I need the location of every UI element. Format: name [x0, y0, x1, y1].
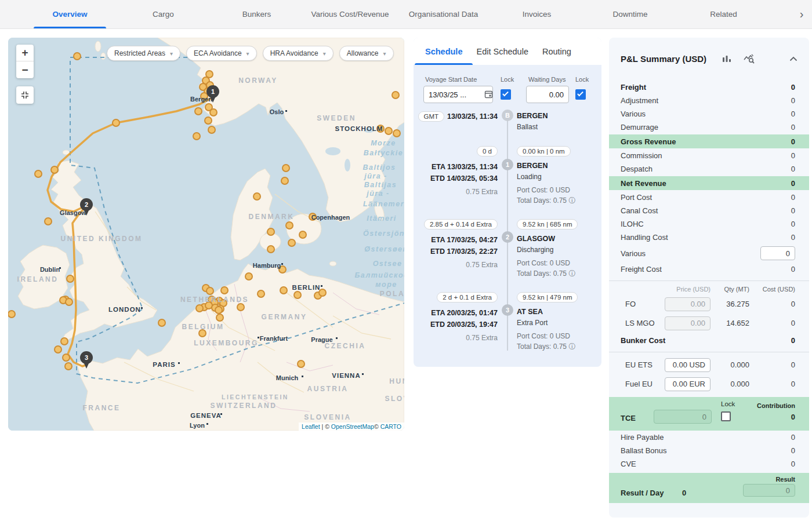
label-geneva: GENEVA [190, 412, 222, 419]
label-hamburg: Hamburg [253, 262, 281, 269]
leg-3-times: 2 d + 0.1 d Extra ETA 20/03/25, 01:47 ET… [430, 292, 498, 342]
label-poland: POLAN [380, 290, 404, 298]
fuel-eu-input[interactable] [665, 377, 710, 391]
sea-label: jūra - [363, 172, 387, 180]
total-days: Total Days: 0.75 ⓘ [517, 341, 578, 352]
waiting-days-input[interactable] [526, 86, 569, 103]
pnl-summary-panel: P&L Summary (USD) Freight0 [609, 38, 809, 518]
tab-invoices[interactable]: Invoices [490, 0, 583, 28]
divider [609, 352, 809, 352]
pnl-row-demurrage: Demurrage0 [609, 121, 809, 134]
voyage-map[interactable]: Morze Bałtyckie Baltijos jūra - Baltijas… [8, 38, 404, 431]
filter-eca-avoidance[interactable]: ECA Avoidance▾ [186, 46, 257, 61]
tabs-overflow-chevron-icon[interactable]: › [791, 0, 812, 28]
eta: ETA 13/03/25, 11:34 [430, 161, 498, 173]
label-ireland: IRELAND [17, 275, 59, 283]
port-cost: Port Cost: 0 USD [517, 185, 575, 195]
caret-down-icon: ▾ [170, 50, 173, 57]
bar-chart-icon[interactable] [722, 54, 732, 64]
timeline-node-1: 1 [502, 159, 513, 170]
info-icon[interactable]: ⓘ [568, 196, 575, 205]
info-icon[interactable]: ⓘ [568, 269, 575, 278]
pnl-row-net-revenue: Net Revenue0 [609, 176, 809, 190]
tce-lock-checkbox[interactable] [721, 411, 731, 421]
leg-start-times: GMT13/03/25, 11:34 [418, 111, 498, 122]
tce-lock-label: Lock [721, 400, 735, 407]
eu-ets-input[interactable] [665, 358, 710, 372]
tab-various-cost-revenue[interactable]: Various Cost/Revenue [303, 0, 397, 28]
tce-block: Lock Contribution TCE 0 [609, 397, 809, 431]
sea-label: Baltijas [364, 181, 397, 189]
timezone-pill[interactable]: GMT [418, 111, 445, 122]
map-zoom-control: + − [16, 45, 34, 78]
info-icon[interactable]: ⓘ [568, 343, 575, 351]
sea-label: Läänemeri [363, 200, 404, 208]
lock-label: Lock [575, 76, 589, 83]
filter-restricted-areas[interactable]: Restricted Areas▾ [107, 46, 180, 61]
result-input[interactable] [743, 484, 795, 497]
sea-label: jūra - [365, 190, 390, 198]
tab-related[interactable]: Related [677, 0, 770, 28]
port-activity: Loading [517, 172, 575, 183]
tab-bunkers[interactable]: Bunkers [210, 0, 303, 28]
port-name: BERGEN [517, 161, 575, 172]
tab-routing[interactable]: Routing [542, 38, 571, 65]
tab-organisational-data[interactable]: Organisational Data [397, 0, 490, 28]
pnl-row-various-input: Various [609, 244, 809, 263]
voyage-start-date-input[interactable] [423, 86, 493, 103]
tab-downtime[interactable]: Downtime [583, 0, 677, 28]
port-activity: Discharging [517, 245, 578, 256]
duration-pill: 2 d + 0.1 d Extra [437, 292, 498, 303]
result-header: Result [775, 476, 795, 483]
sea-label: Baltijos [362, 163, 396, 172]
caret-down-icon: ▾ [246, 50, 249, 57]
port-activity: Extra Port [517, 318, 578, 329]
calendar-icon[interactable] [484, 90, 493, 99]
island-shetland-south [101, 53, 106, 60]
fo-price-input[interactable] [665, 297, 710, 311]
etd: ETD 20/03/25, 19:47 [430, 319, 498, 330]
tab-schedule[interactable]: Schedule [425, 38, 462, 65]
tab-edit-schedule[interactable]: Edit Schedule [476, 38, 528, 65]
etd: ETD 14/03/25, 05:34 [430, 173, 498, 184]
lsmgo-price-input[interactable] [665, 316, 710, 330]
zoom-out-button[interactable]: − [16, 61, 34, 78]
tab-overview[interactable]: Overview [23, 0, 117, 28]
label-luxembourg: LUXEMBOURG [194, 339, 259, 347]
label-hungary: HUNG [389, 377, 404, 385]
filter-hra-avoidance[interactable]: HRA Avoidance▾ [263, 46, 334, 61]
label-glasgow: Glasgow [60, 209, 86, 216]
label-slovenia: SLOVENIA [304, 413, 351, 421]
osm-link[interactable]: OpenStreetMap [331, 423, 374, 430]
leg-1-port: 0.00 kn | 0 nm BERGEN Loading Port Cost:… [517, 145, 575, 206]
leaflet-link[interactable]: Leaflet [302, 423, 320, 430]
pnl-row-ilohc: ILOHC0 [609, 217, 809, 231]
collapse-chevron-icon[interactable] [789, 56, 798, 61]
sea-label: Östersjön [363, 229, 404, 238]
tab-cargo[interactable]: Cargo [117, 0, 210, 28]
sea-label: море [375, 280, 397, 289]
carto-link[interactable]: CARTO [380, 423, 401, 430]
pnl-row-fuel-eu: Fuel EU 0.000 0 [609, 374, 809, 394]
waiting-days-lock-checkbox[interactable] [575, 89, 586, 100]
fit-bounds-button[interactable] [16, 86, 34, 104]
bunker-table-header: Price (USD) Qty (MT) Cost (USD) [609, 284, 809, 294]
label-sweden: SWEDEN [317, 114, 356, 122]
bunker-row-lsmgo: LS MGO 14.652 0 [609, 314, 809, 333]
extra-days: 0.75 Extra [424, 261, 498, 269]
compress-icon [20, 90, 30, 100]
leg-start-port: BERGEN Ballast [517, 111, 548, 133]
voyage-start-lock-checkbox[interactable] [501, 89, 511, 100]
voyage-start-date-label: Voyage Start Date [425, 76, 477, 83]
waiting-days-label: Waiting Days [528, 76, 566, 83]
analysis-chart-icon[interactable] [744, 54, 755, 64]
zoom-in-button[interactable]: + [16, 45, 34, 61]
timeline-node-start: B [502, 110, 513, 121]
island-bornholm [329, 261, 336, 266]
label-netherlands: NETHERLANDS [180, 296, 249, 304]
tce-input[interactable] [654, 410, 712, 424]
eta: ETA 17/03/25, 04:27 [424, 234, 498, 246]
various-cost-input[interactable] [760, 246, 795, 260]
label-lyon: Lyon [190, 422, 205, 429]
filter-allowance[interactable]: Allowance▾ [339, 46, 394, 61]
